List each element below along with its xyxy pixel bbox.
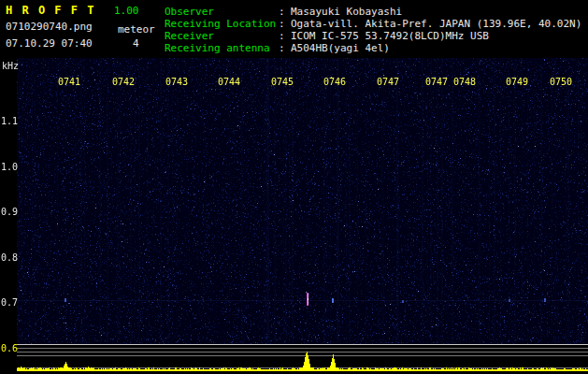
info-label: Receiver <box>165 30 279 42</box>
freq-tick-label: 0.8 <box>1 252 18 263</box>
info-row-receiver: Receiver:ICOM IC-575 53.7492(8LCD)MHz US… <box>165 30 581 42</box>
station-info: Observer:Masayuki Kobayashi Receiving Lo… <box>165 6 581 54</box>
freq-tick-label: 1.0 <box>1 162 18 172</box>
spectrogram-canvas <box>17 58 588 371</box>
freq-tick-label: 0.9 <box>1 207 18 217</box>
info-row-antenna: Receiving antenna:A504HB(yagi 4el) <box>165 42 581 54</box>
info-label: Receiving antenna <box>165 42 279 54</box>
freq-axis: kHz 1.11.00.90.80.70.6 <box>0 0 17 374</box>
mode-label: meteor <box>118 23 155 36</box>
plot-area <box>17 58 588 371</box>
hrofft-screen: H R O F F T 1.00 0710290740.png meteor 0… <box>0 0 588 374</box>
info-colon: : <box>279 6 291 18</box>
datetime-label: 07.10.29 07:40 <box>6 37 93 50</box>
info-value: Ogata-vill. Akita-Pref. JAPAN (139.96E, … <box>291 18 581 30</box>
info-colon: : <box>279 18 291 30</box>
info-value: ICOM IC-575 53.7492(8LCD)MHz USB <box>291 30 489 42</box>
meteor-count: 4 <box>133 37 139 50</box>
freq-tick-label: 0.7 <box>1 297 18 308</box>
version-label: 1.00 <box>114 5 139 17</box>
info-row-observer: Observer:Masayuki Kobayashi <box>165 6 581 18</box>
info-label: Receiving Location <box>165 18 279 30</box>
info-value: Masayuki Kobayashi <box>291 6 402 18</box>
freq-tick-label: 1.1 <box>1 116 18 126</box>
info-colon: : <box>279 30 291 42</box>
filename-label: 0710290740.png <box>6 21 93 33</box>
info-label: Observer <box>165 6 279 18</box>
freq-tick-label: 0.6 <box>1 343 18 353</box>
info-colon: : <box>279 42 291 54</box>
info-value: A504HB(yagi 4el) <box>291 42 390 54</box>
info-row-location: Receiving Location:Ogata-vill. Akita-Pre… <box>165 18 581 30</box>
app-title: H R O F F T <box>6 4 95 17</box>
